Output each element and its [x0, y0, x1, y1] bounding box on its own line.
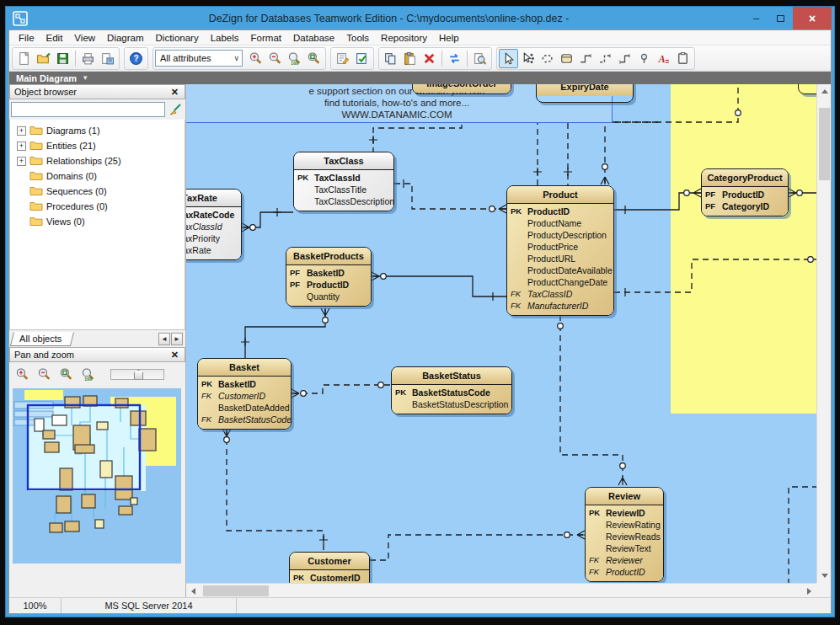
- horizontal-scrollbar[interactable]: [186, 583, 816, 597]
- scroll-left-arrow[interactable]: [186, 584, 201, 597]
- help-button[interactable]: ?: [126, 49, 146, 68]
- edit-model-icon: [335, 51, 350, 66]
- attribute-row: ProductChangeDate: [507, 276, 613, 288]
- entity-basket[interactable]: BasketPKBasketIDFKCustomerIDBasketDateAd…: [197, 358, 292, 430]
- minimize-button[interactable]: –: [744, 10, 768, 27]
- menu-item-edit[interactable]: Edit: [40, 32, 69, 44]
- tree-item-procedures[interactable]: Procedures (0): [10, 199, 185, 214]
- maximize-button[interactable]: [768, 10, 793, 27]
- entity-taxrate[interactable]: TaxRatePKTaxRateCodeFKTaxClassIdTaxPrior…: [186, 189, 242, 260]
- entity-title: BasketStatus: [392, 367, 511, 385]
- entity-expirydate[interactable]: ExpiryDate: [536, 84, 634, 103]
- tab-scroll-right-button[interactable]: ►: [171, 333, 183, 345]
- zoom-slider-thumb[interactable]: [134, 370, 143, 380]
- minimap-canvas[interactable]: [13, 388, 181, 564]
- entity-product[interactable]: ProductPKProductIDProductNameProductyDes…: [506, 185, 614, 316]
- toolbar-separator: [441, 51, 442, 67]
- zoom-in-button[interactable]: [13, 365, 32, 384]
- menu-item-view[interactable]: View: [68, 32, 101, 44]
- scroll-down-arrow[interactable]: [817, 569, 831, 583]
- vertical-scroll-thumb[interactable]: [819, 108, 830, 180]
- select-button[interactable]: [499, 49, 518, 68]
- minimap[interactable]: [9, 386, 185, 597]
- horizontal-scroll-thumb[interactable]: [203, 585, 269, 596]
- pan-button[interactable]: [538, 49, 557, 68]
- entity-basketproducts[interactable]: BasketProductsPFBasketIDPFProductIDQuant…: [286, 247, 372, 307]
- attribute-row: FKTaxClassId: [186, 221, 241, 232]
- entity-customer[interactable]: CustomerPKCustomerID: [289, 552, 370, 583]
- identifying-relationship-button[interactable]: [576, 49, 596, 68]
- clear-filter-button[interactable]: [167, 102, 184, 118]
- partial-entity[interactable]: [798, 84, 816, 94]
- menu-item-help[interactable]: Help: [433, 32, 465, 44]
- menu-item-format[interactable]: Format: [245, 32, 287, 44]
- sync-button[interactable]: [445, 49, 464, 68]
- expand-icon[interactable]: +: [17, 126, 26, 136]
- entity-button[interactable]: [557, 49, 576, 68]
- view-button[interactable]: [634, 49, 654, 68]
- tree-item-relationships[interactable]: +Relationships (25): [10, 153, 185, 168]
- non-identifying-relationship-button[interactable]: [596, 49, 615, 68]
- attribute-row: PKTaxRateCode: [186, 209, 241, 221]
- title-bar[interactable]: DeZign for Databases Teamwork Edition - …: [8, 7, 832, 29]
- menu-item-diagram[interactable]: Diagram: [101, 32, 149, 44]
- close-button[interactable]: ×: [793, 7, 832, 29]
- zoom-in-button[interactable]: [246, 49, 265, 68]
- attribute-row: TaxClassTitle: [294, 184, 393, 195]
- scroll-right-arrow[interactable]: [802, 584, 816, 597]
- zoom-region-button[interactable]: [56, 365, 76, 384]
- tree-item-diagrams[interactable]: +Diagrams (1): [10, 123, 185, 138]
- many-to-many-relationship-button[interactable]: [615, 49, 634, 68]
- open-button[interactable]: [34, 49, 53, 68]
- note-button[interactable]: [673, 49, 693, 68]
- zoom-region-icon: [59, 367, 73, 382]
- delete-button[interactable]: [420, 49, 439, 68]
- object-search-input[interactable]: [11, 102, 165, 117]
- scroll-up-arrow[interactable]: [817, 84, 831, 99]
- menu-item-repository[interactable]: Repository: [375, 32, 433, 44]
- copy-button[interactable]: [381, 49, 400, 68]
- tab-all-objects[interactable]: All objects: [10, 332, 74, 346]
- pan-zoom-close-icon[interactable]: ✕: [169, 350, 180, 361]
- entity-taxclass[interactable]: TaxClassPKTaxClassIdTaxClassTitleTaxClas…: [293, 152, 394, 211]
- menu-item-tools[interactable]: Tools: [340, 32, 375, 44]
- chevron-down-icon[interactable]: ▼: [82, 74, 88, 82]
- zoom-slider[interactable]: [110, 369, 164, 380]
- menu-item-dictionary[interactable]: Dictionary: [150, 32, 205, 44]
- menu-item-database[interactable]: Database: [287, 32, 340, 44]
- expand-icon[interactable]: +: [17, 142, 26, 151]
- tree-item-domains[interactable]: Domains (0): [10, 168, 185, 184]
- print-button[interactable]: [78, 49, 98, 68]
- tree-item-sequences[interactable]: Sequences (0): [10, 184, 185, 199]
- vertical-scrollbar[interactable]: [816, 84, 831, 583]
- entity-review[interactable]: ReviewPKReviewIDReviewRatingReviewReadsR…: [585, 487, 664, 582]
- print-preview-button[interactable]: [98, 49, 117, 68]
- attributes-dropdown[interactable]: All attributes∨: [155, 50, 243, 67]
- tree-item-entities[interactable]: +Entities (21): [10, 138, 185, 153]
- zoom-region-button[interactable]: [304, 49, 324, 68]
- select-attribute-button[interactable]: [518, 49, 538, 68]
- paste-button[interactable]: [400, 49, 420, 68]
- zoom-100-button[interactable]: 100: [285, 49, 304, 68]
- validate-button[interactable]: [352, 49, 372, 68]
- zoom-out-button[interactable]: [265, 49, 285, 68]
- expand-icon[interactable]: +: [17, 157, 26, 166]
- tree-item-views[interactable]: Views (0): [10, 214, 185, 229]
- find-button[interactable]: [470, 49, 490, 68]
- object-browser-close-icon[interactable]: ✕: [169, 87, 180, 98]
- diagram-canvas[interactable]: e support section on our website you can…: [186, 84, 816, 583]
- zoom-100-button[interactable]: 100: [78, 365, 98, 384]
- save-button[interactable]: [53, 49, 72, 68]
- diagram-tab-label[interactable]: Main Diagram: [16, 73, 77, 83]
- attribute-row: ProductName: [507, 217, 613, 229]
- new-button[interactable]: [14, 49, 34, 68]
- menu-item-labels[interactable]: Labels: [205, 32, 245, 44]
- entity-basketstatus[interactable]: BasketStatusPKBasketStatusCodeBasketStat…: [391, 366, 512, 414]
- edit-model-button[interactable]: [333, 49, 352, 68]
- entity-imagesortorder[interactable]: ImageSortOrder: [412, 84, 511, 94]
- entity-categoryproduct[interactable]: CategoryProductPFProductIDPFCategoryID: [701, 168, 789, 216]
- label-button[interactable]: A: [654, 49, 673, 68]
- zoom-out-button[interactable]: [35, 365, 54, 384]
- menu-item-file[interactable]: File: [13, 32, 40, 44]
- tab-scroll-left-button[interactable]: ◄: [158, 333, 170, 345]
